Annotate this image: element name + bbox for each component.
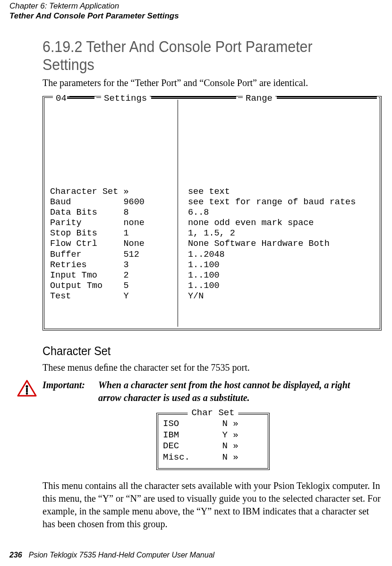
page-header: Chapter 6: Tekterm Application Tether An…: [9, 1, 383, 21]
charset-legend: Char Set: [187, 408, 238, 418]
svg-point-1: [26, 385, 28, 387]
page-number: 236: [9, 551, 22, 559]
column-separator: [178, 100, 178, 327]
legend-settings: Settings: [101, 93, 150, 104]
svg-point-3: [26, 392, 28, 394]
subsection-heading: Character Set: [43, 344, 349, 358]
section-heading: 6.19.2 Tether And Console Port Parameter…: [43, 38, 356, 74]
header-chapter: Chapter 6: Tekterm Application: [9, 1, 383, 11]
settings-range-column: see text see text for range of baud rate…: [178, 187, 356, 302]
charset-rows: ISO N » IBM Y » DEC N » Misc. N »: [158, 414, 268, 469]
charset-box: Char Set ISO N » IBM Y » DEC N » Misc. N…: [156, 413, 270, 470]
important-label: Important:: [43, 379, 98, 392]
charset-intro: These menus deﬁne the character set for …: [43, 361, 383, 374]
page-footer: 236Psion Teklogix 7535 Hand-Held Compute…: [9, 551, 214, 559]
important-text: When a character sent from the host cann…: [98, 379, 363, 404]
header-section: Tether And Console Port Parameter Settin…: [9, 11, 383, 21]
footer-title: Psion Teklogix 7535 Hand-Held Computer U…: [29, 551, 214, 559]
svg-rect-2: [26, 388, 28, 392]
settings-box: 04 Settings Range Character Set » Baud 9…: [43, 96, 382, 331]
settings-names-column: Character Set » Baud 9600 Data Bits 8 Pa…: [50, 187, 178, 302]
closing-paragraph: This menu contains all the character set…: [43, 479, 383, 531]
legend-range: Range: [243, 93, 275, 104]
warning-icon: [17, 380, 37, 397]
intro-paragraph: The parameters for the “Tether Port” and…: [43, 77, 383, 89]
important-note: Important:When a character sent from the…: [17, 379, 383, 404]
